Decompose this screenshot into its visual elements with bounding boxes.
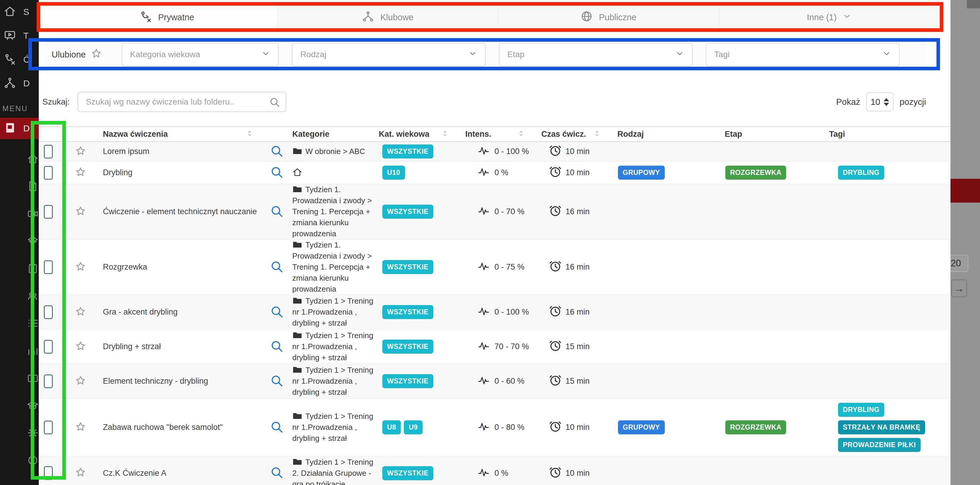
star-icon[interactable] <box>75 375 86 388</box>
row-checkbox[interactable] <box>44 260 53 274</box>
zoom-preview-icon[interactable] <box>270 374 284 389</box>
clock-icon <box>549 165 562 180</box>
row-checkbox[interactable] <box>44 421 53 434</box>
search-icon <box>269 97 280 108</box>
star-icon[interactable] <box>75 166 86 179</box>
row-favorite-cell <box>72 306 103 319</box>
stage-cell: ROZGRZEWKA <box>725 420 829 434</box>
chevron-down-icon <box>675 49 684 60</box>
star-icon[interactable] <box>75 261 86 274</box>
tab-klubowe[interactable]: Klubowe <box>277 6 498 29</box>
star-icon[interactable] <box>75 466 86 480</box>
table-row: Element techniczny - dryblingTydzien 1 >… <box>39 364 950 399</box>
sort-icon[interactable] <box>442 130 449 138</box>
row-preview-cell <box>270 466 292 480</box>
row-checkbox[interactable] <box>44 374 53 388</box>
exercise-name: Cz.K Ćwiczenie A <box>103 469 270 478</box>
projector-icon <box>3 29 16 43</box>
table-row: Cz.K Ćwiczenie ATydzien 1 > Trening 2. D… <box>39 456 950 485</box>
tab-publiczne[interactable]: Publiczne <box>498 6 719 29</box>
sidebar-menu-label: MENU <box>0 95 39 118</box>
sort-icon[interactable] <box>518 130 525 138</box>
intensity-cell: 0 - 60 % <box>465 374 541 388</box>
doc-icon[interactable] <box>27 180 39 193</box>
column-header-nazwa-ćwiczenia[interactable]: Nazwa ćwiczenia <box>103 130 270 139</box>
column-header-etap: Etap <box>725 130 829 139</box>
sidebar-item-projector[interactable]: T <box>0 24 39 48</box>
search-input[interactable] <box>78 92 286 111</box>
age-badge: WSZYSTKIE <box>382 374 433 388</box>
row-checkbox[interactable] <box>44 466 53 480</box>
zoom-preview-icon[interactable] <box>270 339 284 354</box>
zoom-preview-icon[interactable] <box>270 305 284 320</box>
home-icon[interactable] <box>27 153 39 166</box>
sidebar-item-home[interactable]: S <box>0 0 39 24</box>
filter-dropdown-etap[interactable]: Etap <box>499 43 692 66</box>
row-checkbox[interactable] <box>44 145 53 158</box>
tab-prywatne[interactable]: Prywatne <box>57 6 277 29</box>
zoom-preview-icon[interactable] <box>270 466 284 480</box>
column-header-kat-wiekowa[interactable]: Kat. wiekowa <box>379 130 465 139</box>
row-preview-cell <box>270 374 292 389</box>
star-icon[interactable] <box>75 340 86 353</box>
filter-dropdown-tagi[interactable]: Tagi <box>706 43 899 66</box>
row-checkbox[interactable] <box>44 166 53 180</box>
camera-icon[interactable] <box>27 208 39 221</box>
favorites-filter[interactable]: Ulubione <box>52 48 122 62</box>
sort-icon[interactable] <box>594 130 601 138</box>
clipboard-icon[interactable] <box>27 263 39 276</box>
duration-value: 15 min <box>565 377 590 386</box>
pulse-icon <box>477 374 491 388</box>
people-icon[interactable] <box>27 290 39 303</box>
row-checkbox-cell <box>39 340 72 353</box>
duration-cell: 10 min <box>541 420 617 435</box>
sidebar-item-tactics[interactable]: Ć <box>0 48 39 71</box>
page-size-select[interactable]: 10 <box>866 92 894 111</box>
zoom-preview-icon[interactable] <box>270 260 284 275</box>
duration-cell: 16 min <box>541 304 617 320</box>
row-checkbox[interactable] <box>44 205 53 219</box>
column-header-label: Rodzaj <box>617 130 644 139</box>
age-badge: WSZYSTKIE <box>382 260 433 274</box>
intensity-cell: 70 - 70 % <box>465 340 541 353</box>
star-icon[interactable] <box>75 145 86 158</box>
folder-icon <box>292 331 305 340</box>
zoom-preview-icon[interactable] <box>270 204 284 219</box>
gear-icon[interactable] <box>27 427 39 440</box>
sidebar-item-hierarchy[interactable]: D <box>0 71 39 95</box>
age-badge: U8 <box>382 420 401 434</box>
zoom-preview-icon[interactable] <box>270 420 284 435</box>
video-icon[interactable] <box>27 372 39 385</box>
star-icon[interactable] <box>75 306 86 319</box>
column-header-intens-[interactable]: Intens. <box>465 130 541 139</box>
sidebar: STĆD MENU D <box>0 0 39 485</box>
sidebar-item-active[interactable]: D <box>0 118 39 139</box>
pulse-icon <box>477 145 491 158</box>
star-icon[interactable] <box>75 421 86 434</box>
column-header-kategorie: Kategorie <box>292 130 379 139</box>
row-checkbox-cell <box>39 466 72 480</box>
chart-icon[interactable] <box>27 345 39 358</box>
filter-dropdown-rodzaj[interactable]: Rodzaj <box>292 43 485 66</box>
star-icon[interactable] <box>91 48 102 62</box>
row-checkbox[interactable] <box>44 305 53 319</box>
zoom-preview-icon[interactable] <box>270 144 284 159</box>
cap-icon[interactable] <box>27 399 39 413</box>
tags-cell <box>829 208 950 216</box>
age-category-cell: WSZYSTKIE <box>379 204 465 219</box>
home-icon <box>292 168 305 177</box>
column-header-czas-ćwicz-[interactable]: Czas ćwicz. <box>541 130 617 139</box>
search-row: Szukaj: Pokaż 10 pozycji <box>42 92 926 112</box>
sort-icon[interactable] <box>247 130 253 138</box>
circle-icon[interactable] <box>27 454 39 468</box>
filter-dropdown-kategoria-wiekowa[interactable]: Kategoria wiekowa <box>122 43 278 66</box>
spinner-arrows-icon[interactable] <box>884 98 889 106</box>
star-icon[interactable] <box>75 205 86 219</box>
clock-icon <box>549 260 562 275</box>
list-icon[interactable] <box>27 317 39 330</box>
zoom-preview-icon[interactable] <box>270 165 284 180</box>
row-checkbox[interactable] <box>44 340 53 353</box>
tab-inne-1-[interactable]: Inne (1) <box>719 6 939 29</box>
folder-icon <box>292 412 305 421</box>
layers-icon[interactable] <box>27 235 39 248</box>
